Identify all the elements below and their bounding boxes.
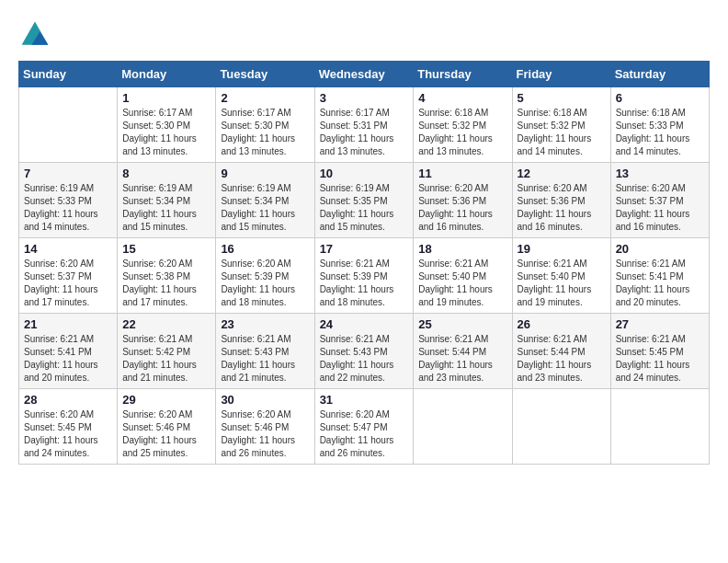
day-info: Sunrise: 6:21 AM Sunset: 5:43 PM Dayligh… xyxy=(320,333,409,385)
day-number: 6 xyxy=(616,91,704,105)
calendar-cell: 6Sunrise: 6:18 AM Sunset: 5:33 PM Daylig… xyxy=(610,87,709,163)
calendar-header-row: SundayMondayTuesdayWednesdayThursdayFrid… xyxy=(19,62,710,87)
day-info: Sunrise: 6:21 AM Sunset: 5:40 PM Dayligh… xyxy=(418,258,506,309)
calendar-cell: 20Sunrise: 6:21 AM Sunset: 5:41 PM Dayli… xyxy=(610,238,709,314)
day-number: 21 xyxy=(24,317,112,331)
calendar-cell: 8Sunrise: 6:19 AM Sunset: 5:34 PM Daylig… xyxy=(118,163,216,238)
day-number: 3 xyxy=(320,91,409,105)
day-number: 7 xyxy=(24,167,112,180)
day-number: 17 xyxy=(320,242,409,256)
day-info: Sunrise: 6:21 AM Sunset: 5:44 PM Dayligh… xyxy=(518,333,606,385)
calendar-cell: 1Sunrise: 6:17 AM Sunset: 5:30 PM Daylig… xyxy=(118,87,216,163)
day-info: Sunrise: 6:18 AM Sunset: 5:32 PM Dayligh… xyxy=(518,107,606,158)
calendar-week-row: 7Sunrise: 6:19 AM Sunset: 5:33 PM Daylig… xyxy=(19,163,710,238)
day-number: 18 xyxy=(418,242,506,256)
calendar-cell: 13Sunrise: 6:20 AM Sunset: 5:37 PM Dayli… xyxy=(610,163,709,238)
calendar-cell: 30Sunrise: 6:20 AM Sunset: 5:46 PM Dayli… xyxy=(216,389,314,465)
calendar-cell: 14Sunrise: 6:20 AM Sunset: 5:37 PM Dayli… xyxy=(19,238,118,314)
day-number: 25 xyxy=(418,317,506,331)
day-number: 5 xyxy=(518,91,606,105)
day-info: Sunrise: 6:21 AM Sunset: 5:43 PM Dayligh… xyxy=(221,333,309,385)
calendar-cell: 9Sunrise: 6:19 AM Sunset: 5:34 PM Daylig… xyxy=(216,163,314,238)
calendar-cell: 28Sunrise: 6:20 AM Sunset: 5:45 PM Dayli… xyxy=(19,389,118,465)
calendar-cell: 24Sunrise: 6:21 AM Sunset: 5:43 PM Dayli… xyxy=(314,314,414,389)
day-header: Saturday xyxy=(610,62,709,87)
day-number: 26 xyxy=(518,317,606,331)
day-number: 15 xyxy=(122,242,210,256)
calendar-cell: 10Sunrise: 6:19 AM Sunset: 5:35 PM Dayli… xyxy=(314,163,414,238)
calendar-cell: 23Sunrise: 6:21 AM Sunset: 5:43 PM Dayli… xyxy=(216,314,314,389)
day-info: Sunrise: 6:17 AM Sunset: 5:30 PM Dayligh… xyxy=(221,107,309,158)
day-info: Sunrise: 6:21 AM Sunset: 5:45 PM Dayligh… xyxy=(616,333,704,385)
day-header: Friday xyxy=(512,62,610,87)
day-number: 28 xyxy=(24,393,112,407)
day-info: Sunrise: 6:19 AM Sunset: 5:33 PM Dayligh… xyxy=(24,182,112,234)
calendar-cell: 3Sunrise: 6:17 AM Sunset: 5:31 PM Daylig… xyxy=(314,87,414,163)
day-info: Sunrise: 6:20 AM Sunset: 5:36 PM Dayligh… xyxy=(418,182,506,234)
day-info: Sunrise: 6:21 AM Sunset: 5:44 PM Dayligh… xyxy=(418,333,506,385)
day-header: Thursday xyxy=(414,62,512,87)
day-header: Wednesday xyxy=(314,62,414,87)
calendar-cell: 19Sunrise: 6:21 AM Sunset: 5:40 PM Dayli… xyxy=(512,238,610,314)
calendar-week-row: 21Sunrise: 6:21 AM Sunset: 5:41 PM Dayli… xyxy=(19,314,710,389)
day-number: 27 xyxy=(616,317,704,331)
day-number: 13 xyxy=(616,167,704,180)
day-number: 11 xyxy=(418,167,506,180)
logo-icon xyxy=(18,18,51,52)
day-header: Tuesday xyxy=(216,62,314,87)
day-info: Sunrise: 6:21 AM Sunset: 5:40 PM Dayligh… xyxy=(518,258,606,309)
day-header: Sunday xyxy=(19,62,118,87)
day-info: Sunrise: 6:21 AM Sunset: 5:41 PM Dayligh… xyxy=(24,333,112,385)
day-info: Sunrise: 6:19 AM Sunset: 5:34 PM Dayligh… xyxy=(122,182,210,234)
day-number: 29 xyxy=(122,393,210,407)
calendar-cell: 21Sunrise: 6:21 AM Sunset: 5:41 PM Dayli… xyxy=(19,314,118,389)
day-info: Sunrise: 6:20 AM Sunset: 5:37 PM Dayligh… xyxy=(616,182,704,234)
calendar-cell: 11Sunrise: 6:20 AM Sunset: 5:36 PM Dayli… xyxy=(414,163,512,238)
calendar-week-row: 28Sunrise: 6:20 AM Sunset: 5:45 PM Dayli… xyxy=(19,389,710,465)
page-header xyxy=(18,18,710,52)
calendar-cell xyxy=(19,87,118,163)
day-number: 10 xyxy=(320,167,409,180)
calendar-cell: 26Sunrise: 6:21 AM Sunset: 5:44 PM Dayli… xyxy=(512,314,610,389)
day-number: 1 xyxy=(122,91,210,105)
day-info: Sunrise: 6:20 AM Sunset: 5:46 PM Dayligh… xyxy=(221,408,309,460)
day-info: Sunrise: 6:19 AM Sunset: 5:34 PM Dayligh… xyxy=(221,182,309,234)
calendar-cell: 15Sunrise: 6:20 AM Sunset: 5:38 PM Dayli… xyxy=(118,238,216,314)
day-number: 9 xyxy=(221,167,309,180)
day-number: 12 xyxy=(518,167,606,180)
calendar-cell: 31Sunrise: 6:20 AM Sunset: 5:47 PM Dayli… xyxy=(314,389,414,465)
calendar-cell: 27Sunrise: 6:21 AM Sunset: 5:45 PM Dayli… xyxy=(610,314,709,389)
day-number: 30 xyxy=(221,393,309,407)
day-number: 2 xyxy=(221,91,309,105)
day-number: 16 xyxy=(221,242,309,256)
calendar-cell xyxy=(414,389,512,465)
day-number: 31 xyxy=(320,393,409,407)
day-info: Sunrise: 6:21 AM Sunset: 5:39 PM Dayligh… xyxy=(320,258,409,309)
calendar-cell: 17Sunrise: 6:21 AM Sunset: 5:39 PM Dayli… xyxy=(314,238,414,314)
calendar-cell: 5Sunrise: 6:18 AM Sunset: 5:32 PM Daylig… xyxy=(512,87,610,163)
calendar-cell: 2Sunrise: 6:17 AM Sunset: 5:30 PM Daylig… xyxy=(216,87,314,163)
day-info: Sunrise: 6:20 AM Sunset: 5:39 PM Dayligh… xyxy=(221,258,309,309)
calendar-cell: 18Sunrise: 6:21 AM Sunset: 5:40 PM Dayli… xyxy=(414,238,512,314)
day-info: Sunrise: 6:17 AM Sunset: 5:30 PM Dayligh… xyxy=(122,107,210,158)
day-header: Monday xyxy=(118,62,216,87)
calendar-week-row: 14Sunrise: 6:20 AM Sunset: 5:37 PM Dayli… xyxy=(19,238,710,314)
calendar-cell: 25Sunrise: 6:21 AM Sunset: 5:44 PM Dayli… xyxy=(414,314,512,389)
day-info: Sunrise: 6:21 AM Sunset: 5:42 PM Dayligh… xyxy=(122,333,210,385)
day-info: Sunrise: 6:20 AM Sunset: 5:46 PM Dayligh… xyxy=(122,408,210,460)
day-number: 19 xyxy=(518,242,606,256)
calendar-cell xyxy=(610,389,709,465)
day-info: Sunrise: 6:20 AM Sunset: 5:37 PM Dayligh… xyxy=(24,258,112,309)
calendar: SundayMondayTuesdayWednesdayThursdayFrid… xyxy=(18,61,710,465)
calendar-cell: 12Sunrise: 6:20 AM Sunset: 5:36 PM Dayli… xyxy=(512,163,610,238)
day-info: Sunrise: 6:20 AM Sunset: 5:45 PM Dayligh… xyxy=(24,408,112,460)
calendar-cell: 29Sunrise: 6:20 AM Sunset: 5:46 PM Dayli… xyxy=(118,389,216,465)
day-info: Sunrise: 6:18 AM Sunset: 5:33 PM Dayligh… xyxy=(616,107,704,158)
day-info: Sunrise: 6:19 AM Sunset: 5:35 PM Dayligh… xyxy=(320,182,409,234)
calendar-cell: 4Sunrise: 6:18 AM Sunset: 5:32 PM Daylig… xyxy=(414,87,512,163)
logo xyxy=(18,18,57,52)
calendar-cell: 22Sunrise: 6:21 AM Sunset: 5:42 PM Dayli… xyxy=(118,314,216,389)
day-info: Sunrise: 6:17 AM Sunset: 5:31 PM Dayligh… xyxy=(320,107,409,158)
day-info: Sunrise: 6:20 AM Sunset: 5:38 PM Dayligh… xyxy=(122,258,210,309)
day-number: 22 xyxy=(122,317,210,331)
